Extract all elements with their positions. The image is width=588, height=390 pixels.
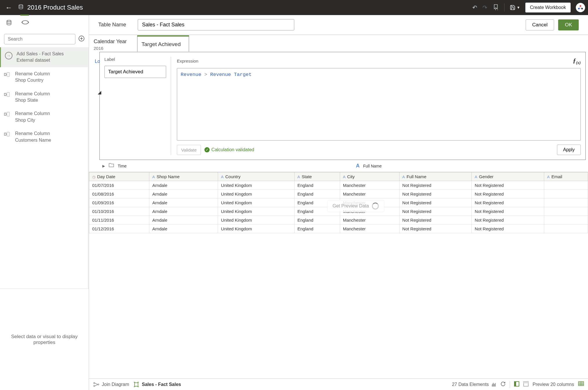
table-row[interactable]: 01/07/2016ArndaleUnited KingdomEnglandMa… (89, 181, 588, 190)
text-type-icon: A (547, 175, 550, 179)
column-fullname-header[interactable]: A Full Name (342, 163, 584, 169)
table-cell: 01/08/2016 (89, 190, 149, 198)
svg-point-25 (98, 384, 99, 385)
step-item[interactable]: Rename ColumnShop State (0, 87, 88, 107)
table-name-input[interactable] (138, 19, 294, 30)
text-type-icon: A (356, 163, 360, 169)
table-cell: Not Registered (399, 181, 472, 190)
step-item[interactable]: Rename ColumnShop City (0, 107, 88, 127)
truncated-text: Lo (95, 59, 100, 64)
table-cell: Not Registered (399, 216, 472, 225)
column-header[interactable]: AShop Name (149, 172, 218, 181)
text-type-icon: A (152, 175, 155, 179)
step-item[interactable]: → Add Sales - Fact SalesExternal dataset (0, 47, 88, 67)
table-cell: Not Registered (472, 225, 544, 233)
table-cell (544, 216, 588, 225)
bottom-bar: Join Diagram Sales - Fact Sales 27 Data … (89, 378, 588, 390)
svg-rect-34 (524, 382, 528, 383)
table-cell: England (294, 225, 340, 233)
table-cell: Not Registered (472, 207, 544, 216)
group-time[interactable]: ▶ Time (94, 163, 330, 169)
column-header[interactable]: AFull Name (399, 172, 472, 181)
data-preview: ◷Day DateAShop NameACountryAStateACityAF… (89, 172, 588, 378)
expression-panel: Label Expression ƒ(x) Revenue > Revenue … (99, 52, 586, 160)
text-type-icon: A (297, 175, 300, 179)
expression-editor[interactable]: Revenue > Revenue Target (177, 68, 581, 141)
rename-column-icon (4, 72, 11, 79)
active-table-tab[interactable]: Sales - Fact Sales (133, 382, 181, 387)
save-dropdown[interactable]: ▼ (510, 5, 520, 10)
svg-point-5 (22, 21, 28, 24)
sidebar-tab-data-icon[interactable] (5, 19, 13, 29)
table-cell: Not Registered (472, 216, 544, 225)
table-cell: 01/10/2016 (89, 207, 149, 216)
page-title: 2016 Product Sales (27, 4, 83, 11)
table-cell: England (294, 216, 340, 225)
text-type-icon: A (402, 175, 405, 179)
undo-icon[interactable]: ↶ (472, 4, 477, 11)
svg-point-23 (94, 382, 95, 384)
column-header[interactable]: ACity (340, 172, 399, 181)
column-context: Calendar Year 2016 (94, 35, 137, 52)
svg-point-24 (94, 385, 95, 387)
layout-left-icon[interactable] (514, 381, 519, 387)
table-name-label: Table Name (98, 22, 126, 28)
table-row[interactable]: 01/11/2016ArndaleUnited KingdomEnglandMa… (89, 216, 588, 225)
apply-button[interactable]: Apply (557, 145, 581, 155)
column-header[interactable]: ◷Day Date (89, 172, 149, 181)
column-header[interactable]: AEmail (544, 172, 588, 181)
expand-icon[interactable]: ▶ (102, 164, 105, 168)
table-cell: United Kingdom (218, 207, 294, 216)
validation-status: ✓ Calculation validated (204, 147, 254, 152)
text-type-icon: A (475, 175, 477, 179)
validate-button[interactable]: Validate (177, 145, 201, 155)
preview-loading-overlay: Get Preview Data (327, 200, 384, 212)
svg-rect-18 (7, 112, 9, 116)
table-cell (544, 190, 588, 198)
rename-column-icon (4, 92, 11, 99)
grid-icon[interactable] (578, 381, 584, 387)
steps-list: → Add Sales - Fact SalesExternal dataset… (0, 47, 89, 289)
svg-point-1 (580, 5, 581, 7)
join-diagram-tab[interactable]: Join Diagram (93, 382, 129, 387)
left-sidebar: → Add Sales - Fact SalesExternal dataset… (0, 15, 89, 390)
refresh-icon[interactable] (500, 381, 506, 387)
table-cell: United Kingdom (218, 216, 294, 225)
column-header[interactable]: ACountry (218, 172, 294, 181)
table-cell: Arndale (149, 198, 218, 207)
svg-rect-11 (4, 73, 6, 76)
column-header[interactable]: AGender (472, 172, 544, 181)
sidebar-tab-steps-icon[interactable] (20, 19, 30, 29)
step-item[interactable]: Rename ColumnCustomers Name (0, 127, 88, 147)
table-row[interactable]: 01/12/2016ArndaleUnited KingdomEnglandMa… (89, 225, 588, 233)
step-item[interactable]: Rename ColumnShop Country (0, 67, 88, 87)
cancel-button[interactable]: Cancel (526, 19, 554, 30)
label-input[interactable] (104, 66, 166, 78)
add-step-icon[interactable] (78, 35, 85, 43)
table-cell: Arndale (149, 225, 218, 233)
clock-type-icon: ◷ (92, 175, 95, 179)
table-cell: 01/09/2016 (89, 198, 149, 207)
ok-button[interactable]: OK (558, 19, 579, 30)
table-cell: 01/11/2016 (89, 216, 149, 225)
column-header[interactable]: AState (294, 172, 340, 181)
table-cell: Not Registered (472, 190, 544, 198)
app-logo-icon[interactable] (576, 3, 585, 12)
back-arrow-icon[interactable]: ← (3, 3, 14, 12)
table-cell: Manchester (340, 181, 399, 190)
svg-rect-21 (7, 132, 9, 136)
folder-icon (108, 163, 114, 169)
svg-rect-32 (514, 382, 516, 386)
table-cell: Manchester (340, 225, 399, 233)
search-input[interactable] (4, 34, 75, 44)
fx-icon[interactable]: ƒ(x) (573, 57, 581, 65)
app-header: ← 2016 Product Sales ↶ ↷ ▼ Create Workbo… (0, 0, 588, 15)
table-cell: United Kingdom (218, 225, 294, 233)
bookmark-refresh-icon[interactable] (493, 4, 499, 12)
text-type-icon: A (221, 175, 224, 179)
create-workbook-button[interactable]: Create Workbook (525, 3, 571, 12)
layout-top-icon[interactable] (523, 381, 529, 387)
tab-target-achieved[interactable]: Target Achieved (137, 35, 189, 52)
table-row[interactable]: 01/08/2016ArndaleUnited KingdomEnglandMa… (89, 190, 588, 198)
table-cell: Arndale (149, 181, 218, 190)
